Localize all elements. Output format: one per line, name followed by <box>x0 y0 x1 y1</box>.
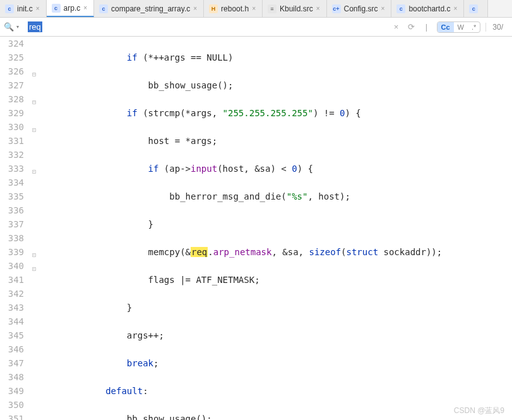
code-area[interactable]: if (*++args == NULL) bb_show_usage(); if… <box>42 37 512 420</box>
search-history-icon[interactable]: ⟳ <box>407 22 417 32</box>
close-icon[interactable]: × <box>381 5 385 12</box>
search-query-selected: req <box>28 21 42 32</box>
c-file-icon: c <box>5 4 14 13</box>
line-number: 337 <box>0 217 24 231</box>
line-number: 342 <box>0 287 24 301</box>
close-icon[interactable]: × <box>36 5 40 12</box>
c-file-icon: c <box>469 4 478 13</box>
c-file-icon: c <box>99 4 108 13</box>
fold-column[interactable]: ⊟⊟⊡⊡⊡⊡ <box>30 37 42 420</box>
fold-marker-icon[interactable]: ⊡ <box>32 248 36 262</box>
line-number: 350 <box>0 398 24 412</box>
close-icon[interactable]: × <box>316 5 320 12</box>
tab-label: Kbuild.src <box>280 4 313 13</box>
tab-label: compare_string_array.c <box>111 4 190 13</box>
tab-compare-string-array-c[interactable]: ccompare_string_array.c× <box>94 0 204 17</box>
tab-label: arp.c <box>64 4 81 13</box>
fold-marker-icon[interactable]: ⊟ <box>32 68 36 81</box>
tab-reboot-h[interactable]: Hreboot.h× <box>204 0 263 17</box>
line-number: 347 <box>0 356 24 370</box>
text-file-icon: ≡ <box>268 4 277 13</box>
close-icon[interactable]: × <box>252 5 256 12</box>
tab-kbuild-src[interactable]: ≡Kbuild.src× <box>263 0 327 17</box>
line-number: 351 <box>0 412 24 420</box>
fold-marker-icon[interactable]: ⊡ <box>32 123 36 137</box>
tab-label: init.c <box>17 4 33 13</box>
c-file-icon: c <box>52 4 61 13</box>
line-number: 334 <box>0 176 24 189</box>
tab-bootchartd-c[interactable]: cbootchartd.c× <box>391 0 464 17</box>
line-number: 330 <box>0 120 24 134</box>
tab-label: bootchartd.c <box>408 4 450 13</box>
find-bar: 🔍 ▾ req × ⟳ | Cc W .* 30/ <box>0 18 512 37</box>
line-number: 333 <box>0 162 24 176</box>
tab-bar: cinit.c× carp.c× ccompare_string_array.c… <box>0 0 512 18</box>
tab-label: Config.src <box>344 4 378 13</box>
case-sensitive-toggle[interactable]: Cc <box>438 22 454 32</box>
search-mode-pill: Cc W .* <box>437 21 481 33</box>
line-number: 348 <box>0 370 24 384</box>
line-number: 324 <box>0 37 24 51</box>
separator: | <box>422 22 432 32</box>
watermark: CSDN @蓝风9 <box>454 405 504 416</box>
search-icon[interactable]: 🔍 <box>4 22 13 32</box>
line-number: 338 <box>0 231 24 245</box>
code-editor[interactable]: 3243253263273283293303313323333343353363… <box>0 37 512 420</box>
close-icon[interactable]: × <box>453 5 457 12</box>
clear-search-icon[interactable]: × <box>391 22 402 32</box>
close-icon[interactable]: × <box>193 5 197 12</box>
line-number: 336 <box>0 203 24 217</box>
tab-arp-c[interactable]: carp.c× <box>47 0 95 17</box>
close-icon[interactable]: × <box>83 4 87 11</box>
search-input[interactable]: req <box>25 21 388 33</box>
line-number: 331 <box>0 134 24 148</box>
line-number-gutter: 3243253263273283293303313323333343353363… <box>0 37 30 420</box>
tab-partial[interactable]: c <box>464 0 488 17</box>
line-number: 340 <box>0 259 24 273</box>
line-number: 341 <box>0 273 24 287</box>
cpp-file-icon: c+ <box>332 4 341 13</box>
line-number: 344 <box>0 315 24 328</box>
fold-marker-icon[interactable]: ⊟ <box>32 95 36 109</box>
line-number: 326 <box>0 64 24 78</box>
whole-word-toggle[interactable]: W <box>454 22 468 32</box>
tab-label: reboot.h <box>221 4 249 13</box>
line-number: 327 <box>0 78 24 92</box>
line-number: 332 <box>0 148 24 162</box>
line-number: 343 <box>0 301 24 315</box>
tab-init-c[interactable]: cinit.c× <box>0 0 47 17</box>
c-file-icon: c <box>396 4 405 13</box>
regex-toggle[interactable]: .* <box>468 22 480 32</box>
fold-marker-icon[interactable]: ⊡ <box>32 165 36 179</box>
line-number: 349 <box>0 384 24 398</box>
h-file-icon: H <box>209 4 218 13</box>
line-number: 335 <box>0 189 24 203</box>
search-options-dropdown-icon[interactable]: ▾ <box>16 24 21 30</box>
fold-marker-icon[interactable]: ⊡ <box>32 262 36 276</box>
line-number: 345 <box>0 328 24 342</box>
line-number: 329 <box>0 106 24 120</box>
match-count: 30/ <box>485 23 508 32</box>
line-number: 328 <box>0 92 24 106</box>
line-number: 325 <box>0 51 24 64</box>
line-number: 346 <box>0 342 24 356</box>
tab-config-src[interactable]: c+Config.src× <box>327 0 392 17</box>
line-number: 339 <box>0 245 24 259</box>
